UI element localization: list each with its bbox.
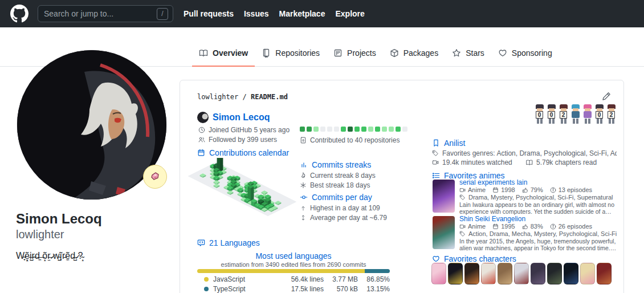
typescript-bar-segment xyxy=(365,269,390,273)
nav-issues[interactable]: Issues xyxy=(244,9,269,18)
thumbs-up-icon xyxy=(522,223,528,230)
character-avatar[interactable] xyxy=(531,263,545,284)
edit-pencil-icon[interactable] xyxy=(602,92,611,101)
thumbs-up-icon xyxy=(522,187,528,193)
nav-pull-requests[interactable]: Pull requests xyxy=(184,9,234,18)
chapters-read: 5.79k chapters read xyxy=(526,158,597,166)
commits-per-day-link[interactable]: Commits per day xyxy=(300,193,372,202)
calendar-icon xyxy=(197,149,205,157)
tab-projects[interactable]: Projects xyxy=(327,40,383,67)
contribution-square xyxy=(354,127,360,132)
flame-icon xyxy=(300,172,307,179)
languages-link[interactable]: 21 Languages xyxy=(197,238,260,247)
anime-description: Lain Iwakura appears to be an ordinary g… xyxy=(459,201,618,215)
favorites-characters-link[interactable]: Favorites characters xyxy=(432,254,516,263)
heart-icon xyxy=(498,48,507,58)
video-icon xyxy=(432,159,439,166)
nav-explore[interactable]: Explore xyxy=(335,9,364,18)
readme-filename[interactable]: README.md xyxy=(251,93,288,101)
character-avatar[interactable] xyxy=(448,263,463,284)
character-avatar[interactable] xyxy=(547,263,562,284)
contributed-fact: Contributed to 40 repositories xyxy=(300,136,400,144)
contribution-square xyxy=(368,127,373,132)
tv-icon xyxy=(459,187,466,193)
pixel-character xyxy=(582,104,593,124)
bookmark-icon xyxy=(432,139,440,147)
javascript-bar-segment xyxy=(197,269,365,273)
comment-code-icon xyxy=(197,239,205,247)
commit-icon xyxy=(300,193,308,201)
status-badge[interactable] xyxy=(143,165,167,189)
character-avatar[interactable] xyxy=(481,263,496,284)
pixel-character: 0 xyxy=(535,104,545,124)
isometric-calendar-chart xyxy=(188,158,302,234)
javascript-dot xyxy=(204,277,209,282)
pixel-character xyxy=(570,104,581,124)
languages-bar xyxy=(197,269,390,273)
contributions-calendar-link[interactable]: Contributions calendar xyxy=(197,148,289,157)
contribution-square xyxy=(320,127,325,132)
tag-icon xyxy=(432,150,439,157)
contribution-square xyxy=(334,127,339,132)
github-logo-icon[interactable] xyxy=(10,5,28,23)
info-icon xyxy=(550,187,556,193)
contribution-squares xyxy=(300,127,407,132)
readme-user-link[interactable]: Simon Lecoq xyxy=(213,112,270,123)
anime-entry: Shin Seiki Evangelion Anime 1995 83% 26 … xyxy=(433,215,618,251)
character-avatar[interactable] xyxy=(564,263,578,284)
pixel-character: 0 xyxy=(594,104,605,124)
anime-thumbnail xyxy=(433,216,455,249)
tab-label: Packages xyxy=(403,48,438,58)
anime-title-link[interactable]: Shin Seiki Evangelion xyxy=(459,215,525,223)
commits-streaks-link[interactable]: Commits streaks xyxy=(300,160,371,169)
star-icon xyxy=(452,48,461,58)
tab-stars[interactable]: Stars xyxy=(445,40,491,67)
profile-bio: W̴̟ẽ͓i̶̺r̴d̶̼ ̶õ̝ṟ̶ ̷w̴̺ĩ̟r̵ẽ̼d̶̺ ̷?̴̝ xyxy=(16,250,170,262)
anime-title-link[interactable]: serial experiments lain xyxy=(459,178,527,186)
nav-marketplace[interactable]: Marketplace xyxy=(279,9,325,18)
readme-avatar xyxy=(197,112,209,123)
tab-label: Repositories xyxy=(275,48,320,58)
current-streak: Current streak 8 days xyxy=(300,172,376,180)
tab-label: Overview xyxy=(213,48,248,58)
search-input[interactable] xyxy=(43,9,157,19)
tab-packages[interactable]: Packages xyxy=(383,40,445,67)
character-avatar[interactable] xyxy=(464,263,479,284)
character-avatar[interactable] xyxy=(597,263,612,284)
contribution-square xyxy=(341,127,346,132)
graph-icon xyxy=(300,161,308,169)
book-icon xyxy=(199,48,208,58)
arrow-up-icon xyxy=(300,205,307,211)
pixel-character: 0 xyxy=(547,104,557,124)
anime-entry: serial experiments lain Anime 1998 79% 1… xyxy=(433,178,618,215)
tv-icon xyxy=(459,223,466,230)
readme-card: lowlighter / README.md Simon Lecoq Joine… xyxy=(180,80,624,293)
slash-shortcut-key: / xyxy=(157,8,168,20)
contribution-square xyxy=(396,127,401,132)
contribution-square xyxy=(389,127,394,132)
tab-repositories[interactable]: Repositories xyxy=(255,40,327,67)
readme-owner[interactable]: lowlighter xyxy=(197,93,238,101)
repo-icon xyxy=(262,48,271,58)
character-avatar[interactable] xyxy=(498,263,512,284)
top-nav: Pull requests Issues Marketplace Explore xyxy=(184,9,365,18)
typescript-dot xyxy=(204,287,209,291)
languages-chart-title: Most used languages xyxy=(197,251,390,261)
asterisk-icon xyxy=(300,182,307,189)
character-avatar[interactable] xyxy=(580,263,595,284)
tag-icon xyxy=(459,194,466,201)
contribution-square xyxy=(348,127,353,132)
search-box[interactable]: / xyxy=(38,5,173,22)
anilist-link[interactable]: Anilist xyxy=(432,139,465,148)
character-avatar[interactable] xyxy=(431,263,446,284)
contribution-square xyxy=(313,127,319,132)
character-avatar[interactable] xyxy=(514,263,529,284)
people-icon xyxy=(198,136,205,143)
average-per-day: Average per day at ~6.79 xyxy=(300,214,387,222)
contribution-square xyxy=(327,127,332,132)
calendar-icon xyxy=(492,187,499,193)
tab-sponsoring[interactable]: Sponsoring xyxy=(491,40,559,67)
followers-fact: Followed by 399 users xyxy=(198,136,277,144)
clock-icon xyxy=(198,127,205,133)
tab-overview[interactable]: Overview xyxy=(192,40,255,67)
